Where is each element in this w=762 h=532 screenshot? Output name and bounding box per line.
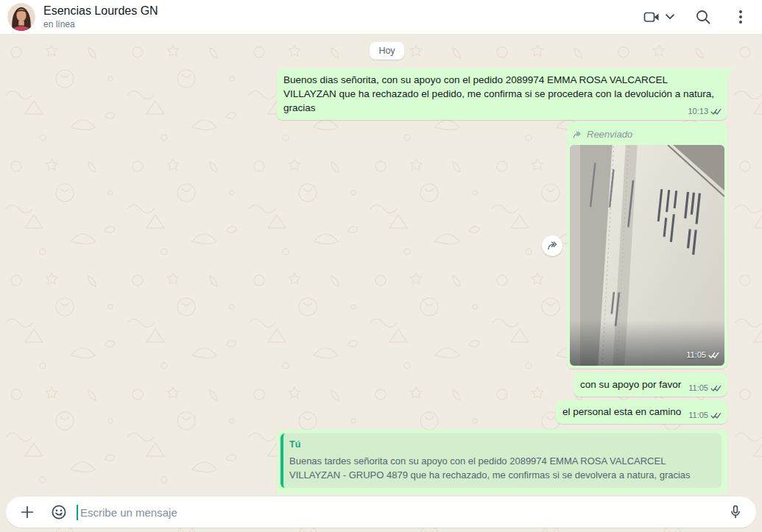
message-input[interactable] <box>78 506 722 519</box>
double-check-icon <box>708 352 719 359</box>
chat-area: Hoy Buenos dias señorita, con su apoyo c… <box>0 35 762 532</box>
date-divider: Hoy <box>370 42 403 60</box>
chat-header: Esencias Lourdes GN en línea <box>0 0 762 35</box>
whatsapp-window: Esencias Lourdes GN en línea <box>0 0 762 532</box>
menu-button[interactable] <box>732 8 749 26</box>
message-text: el personal esta en camino <box>562 406 681 417</box>
double-check-icon <box>710 108 722 116</box>
message-time: 11:05 <box>686 348 706 362</box>
emoji-sticker-icon <box>50 503 68 521</box>
document-photo <box>570 145 724 366</box>
voice-message-button[interactable] <box>727 503 744 521</box>
message-row: el personal esta en camino 11:05 <box>556 400 727 424</box>
message-row: Tú Buenas tardes señorita con su apoyo c… <box>277 430 727 494</box>
composer <box>0 494 762 532</box>
video-call-button[interactable] <box>643 8 674 26</box>
header-actions <box>643 8 749 26</box>
double-check-icon <box>710 412 722 419</box>
forward-quick-button[interactable] <box>542 235 562 256</box>
message-meta: 10:13 <box>688 104 722 118</box>
outgoing-image-bubble[interactable]: Reenviado <box>567 122 727 369</box>
message-photo-document[interactable]: 11:05 <box>570 145 724 366</box>
bubble-tail <box>727 68 733 77</box>
message-meta: 11:05 <box>688 408 722 422</box>
forwarded-label-text: Reenviado <box>587 127 632 141</box>
double-check-icon <box>710 385 722 392</box>
message-time: 11:05 <box>688 381 708 395</box>
forward-arrow-icon <box>546 239 559 252</box>
chevron-down-icon <box>666 14 674 20</box>
outgoing-message-bubble[interactable]: con su apoyo por favor 11:05 <box>574 373 727 397</box>
quote-author: Tú <box>289 438 714 452</box>
search-button[interactable] <box>694 8 712 26</box>
contact-avatar[interactable] <box>7 3 35 31</box>
message-text: Buenos dias señorita, con su apoyo con e… <box>283 74 714 113</box>
avatar-image <box>7 3 35 31</box>
contact-status: en línea <box>43 18 158 30</box>
message-meta: 11:05 <box>688 381 722 395</box>
outgoing-message-bubble[interactable]: Buenos dias señorita, con su apoyo con e… <box>277 68 727 120</box>
contact-name: Esencias Lourdes GN <box>43 4 158 18</box>
message-row: con su apoyo por favor 11:05 <box>574 373 727 397</box>
forward-arrow-icon <box>572 130 582 140</box>
message-row: Reenviado <box>567 122 727 369</box>
outgoing-message-bubble[interactable]: Tú Buenas tardes señorita con su apoyo c… <box>277 430 727 494</box>
message-time: 11:05 <box>688 408 708 422</box>
kebab-menu-icon <box>732 8 749 26</box>
message-list: Hoy Buenos dias señorita, con su apoyo c… <box>0 35 762 494</box>
quoted-message[interactable]: Tú Buenas tardes señorita con su apoyo c… <box>281 433 722 488</box>
outgoing-message-bubble[interactable]: el personal esta en camino 11:05 <box>556 400 727 424</box>
image-meta: 11:05 <box>686 348 719 362</box>
search-icon <box>694 8 712 26</box>
message-text: con su apoyo por favor <box>580 379 681 390</box>
message-row: Buenos dias señorita, con su apoyo con e… <box>277 68 727 120</box>
contact-info[interactable]: Esencias Lourdes GN en línea <box>43 4 158 30</box>
forwarded-label: Reenviado <box>570 125 724 145</box>
emoji-button[interactable] <box>50 503 68 521</box>
composer-pill <box>6 497 756 528</box>
plus-icon <box>19 504 35 520</box>
quote-text: Buenas tardes señorita con su apoyo con … <box>289 454 714 482</box>
message-time: 10:13 <box>688 104 708 118</box>
microphone-icon <box>727 503 744 521</box>
video-camera-icon <box>643 8 660 26</box>
attach-button[interactable] <box>19 504 35 520</box>
